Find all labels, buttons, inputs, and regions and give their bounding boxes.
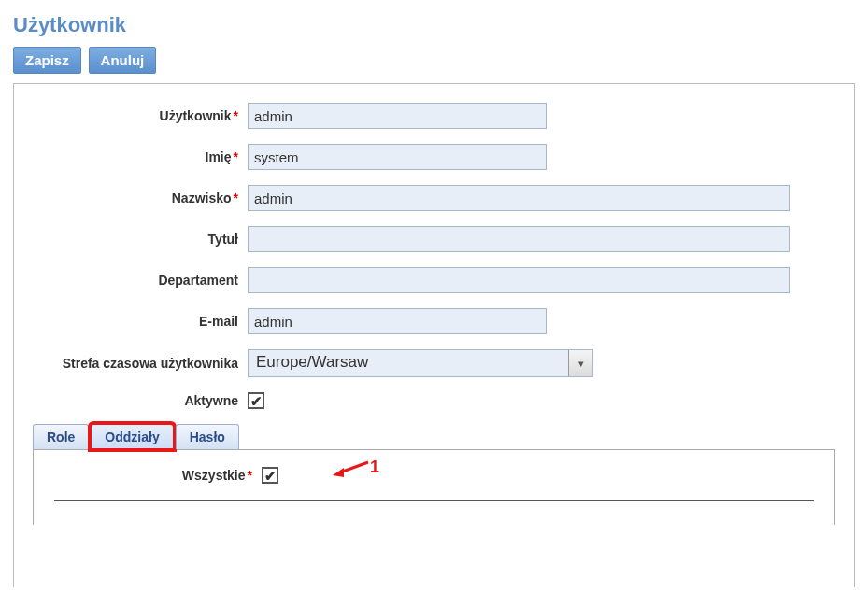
chevron-down-icon: ▾ [568,350,592,376]
annotation-1: 1 [333,458,379,477]
row-lastname: Nazwisko* [33,185,835,211]
row-user: Użytkownik* [33,103,835,129]
required-mark: * [234,149,238,164]
divider [54,500,814,501]
user-field[interactable] [248,103,547,129]
row-firstname: Imię* [33,144,835,170]
svg-marker-1 [333,468,344,477]
tab-roles[interactable]: Role [33,424,89,449]
label-department: Departament [33,273,248,289]
label-timezone: Strefa czasowa użytkownika [33,356,248,372]
tab-branches[interactable]: Oddziały [91,424,173,449]
label-user: Użytkownik* [33,108,248,124]
label-all-branches: Wszystkie* [54,468,262,483]
all-branches-checkbox[interactable]: ✔ [262,467,278,484]
required-mark: * [248,468,252,483]
row-active: Aktywne ✔ [33,392,835,409]
lastname-field[interactable] [248,185,790,211]
row-department: Departament [33,267,835,293]
active-checkbox[interactable]: ✔ [248,392,264,409]
toolbar: Zapisz Anuluj [13,47,859,74]
tab-panel-branches: Wszystkie* ✔ 1 [33,450,835,525]
annotation-number: 1 [370,458,379,477]
label-email: E-mail [33,314,248,330]
page-title: Użytkownik [13,13,859,37]
tabs-bar: Role Oddziały Hasło [33,424,835,450]
svg-line-0 [340,462,368,472]
form-panel: Użytkownik* Imię* Nazwisko* Tytuł Depart… [13,83,855,587]
label-all-branches-text: Wszystkie [182,468,246,483]
title-field[interactable] [248,226,790,252]
label-title: Tytuł [33,232,248,247]
label-active: Aktywne [33,393,248,409]
firstname-field[interactable] [248,144,547,170]
arrow-icon [333,458,370,477]
label-lastname: Nazwisko* [33,190,248,206]
tab-password[interactable]: Hasło [176,424,239,449]
email-field[interactable] [248,308,547,334]
department-field[interactable] [248,267,790,293]
row-all-branches: Wszystkie* ✔ 1 [54,467,814,484]
cancel-button[interactable]: Anuluj [89,47,157,74]
save-button[interactable]: Zapisz [13,47,81,74]
label-firstname: Imię* [33,149,248,165]
required-mark: * [234,108,238,123]
row-timezone: Strefa czasowa użytkownika Europe/Warsaw… [33,349,835,377]
label-lastname-text: Nazwisko [172,190,232,205]
label-firstname-text: Imię [206,149,232,164]
label-user-text: Użytkownik [160,108,232,123]
timezone-value: Europe/Warsaw [249,350,568,376]
required-mark: * [234,190,238,205]
timezone-select[interactable]: Europe/Warsaw ▾ [248,349,593,377]
tabs-area: Role Oddziały Hasło Wszystkie* ✔ 1 [33,424,835,525]
row-title-field: Tytuł [33,226,835,252]
row-email: E-mail [33,308,835,334]
